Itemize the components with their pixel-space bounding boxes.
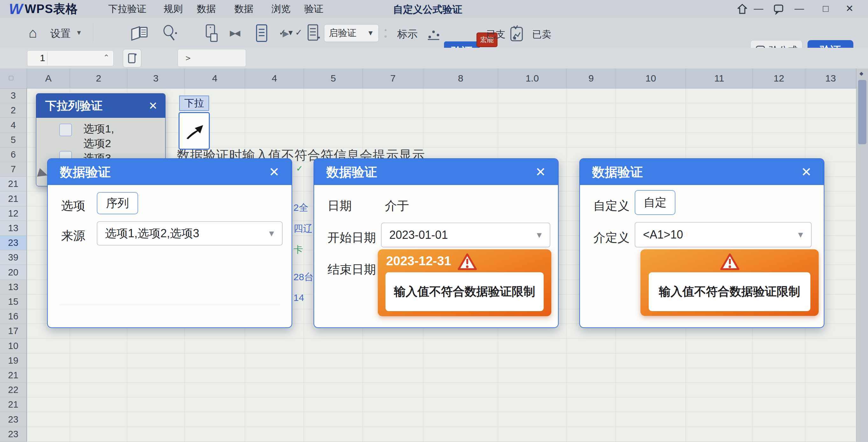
column-header[interactable]: 8 [423,68,498,89]
custom-value[interactable]: 自定 [635,190,676,215]
menu-validate[interactable]: 验证 [304,3,323,16]
cell-fragment: 28台 [293,271,313,284]
option-type-value[interactable]: 序列 [97,192,138,214]
option-checkbox-1[interactable] [59,123,72,136]
row-header[interactable]: 10 [0,338,27,353]
row-header[interactable]: 13 [0,221,27,236]
start-date-select[interactable]: 2023-01-01 ▼ [381,223,550,247]
formula-input[interactable]: ＞ [178,49,246,67]
scroll-arrow-icon[interactable]: ◆ [859,70,863,77]
gridline [566,89,566,442]
paid-label[interactable]: 已支 [486,28,505,41]
scatter-dots-icon[interactable] [426,26,441,41]
column-header[interactable]: 4 [245,68,304,89]
menu-dropdown-validation[interactable]: 下拉验证 [108,3,147,16]
row-header[interactable]: 21 [0,177,27,191]
sold-label[interactable]: 已卖 [532,28,551,41]
column-header[interactable]: 11 [686,68,753,89]
close-icon[interactable]: ✕ [801,165,812,179]
select-all-corner[interactable]: ▢ [0,68,27,89]
image-chart-icon[interactable] [509,24,524,42]
row-header[interactable]: 23 [0,427,27,442]
chat-icon[interactable] [772,1,785,16]
menu-rules[interactable]: 规则 [164,3,183,16]
source-select[interactable]: 选项1,选项2,选项3 ▼ [97,221,283,245]
document-lines-icon[interactable] [255,24,269,43]
row-header[interactable]: 21 [0,191,27,206]
corner-icon: ▢ [8,74,14,81]
row-header[interactable]: 19 [0,353,27,368]
list-document-icon[interactable] [306,24,320,42]
chevron-up-icon[interactable]: ⌃ [103,53,110,62]
column-header[interactable]: 10 [616,68,686,89]
insert-function-button[interactable] [123,49,141,67]
menu-view[interactable]: 浏览 [272,3,290,16]
menu-data-1[interactable]: 数据 [197,3,216,16]
minimize-icon[interactable]: — [751,1,766,16]
row-header[interactable]: 4 [0,118,27,132]
row-header[interactable]: 2 [0,103,27,118]
row-header[interactable]: 5 [0,133,27,147]
dropdown-cell[interactable]: 下拉 [179,95,209,111]
name-box[interactable]: 1 ⌃ [27,50,114,66]
workbooks-icon[interactable] [130,25,149,41]
row-header[interactable]: 3 [0,89,27,103]
option-label-1[interactable]: 选项1, [83,122,114,136]
minimize2-icon[interactable]: — [792,1,806,16]
option-label-2[interactable]: 选项2 [83,136,111,151]
column-header[interactable]: 1.0 [498,68,566,89]
row-header[interactable]: 17 [0,324,27,338]
chevron-down-icon[interactable]: ▼ [796,230,805,240]
close-icon[interactable]: ✕ [535,165,546,179]
maximize-icon[interactable]: □ [819,1,833,16]
data-validation-dialog-list: 数据验证 ✕ 选项 序列 来源 选项1,选项2,选项3 ▼ [47,158,292,328]
row-header[interactable]: 15 [0,295,27,309]
menu-data-2[interactable]: 数据 [234,3,253,16]
formula-bar: 1 ⌃ ⌄ ＞ [0,48,868,69]
home-icon[interactable]: ⌂ [29,25,37,41]
row-header[interactable]: 21 [0,397,27,412]
row-header[interactable]: 39 [0,250,27,265]
formula-select[interactable]: <A1>10 ▼ [635,222,812,247]
search-lamp-icon[interactable] [161,24,177,42]
dropdown-arrow-box[interactable] [179,112,210,150]
row-header[interactable]: 6 [0,147,27,162]
settings-caret-icon[interactable]: ▾ [77,28,81,37]
vertical-scrollbar[interactable]: ◆ [856,68,868,442]
validation-mode-combobox[interactable]: 启验证 ▼ [324,24,379,42]
column-header[interactable]: 5 [304,68,363,89]
settings-button[interactable]: 设置 [50,27,71,41]
column-header[interactable]: A [27,68,70,89]
row-header[interactable]: 23 [0,236,27,250]
toolbar: ⌂ 设置 ▾ ▶◀ ▶ ✓ ▾ ✓ 启验证 ▼ [0,18,868,48]
column-header[interactable]: 3 [127,68,185,89]
toolbar-divider [93,23,93,41]
row-header[interactable]: 13 [0,280,27,295]
mark-button[interactable]: 标示 [397,27,417,41]
row-header[interactable]: 7 [0,162,27,177]
row-header[interactable]: 20 [0,265,27,279]
play-reverse-icon[interactable]: ▶◀ [230,29,239,37]
column-header[interactable]: 2 [70,68,127,89]
column-header[interactable]: 4 [185,68,245,89]
clipboard-icon[interactable] [203,24,220,43]
column-header[interactable]: 12 [753,68,805,89]
share-icon[interactable] [735,1,749,16]
chevron-down-icon[interactable]: ▼ [267,229,276,238]
row-header[interactable]: 22 [0,383,27,397]
row-header[interactable]: 21 [0,368,27,383]
chevron-down-icon[interactable]: ▼ [535,230,543,240]
close-icon[interactable]: ✕ [842,1,857,16]
cell-fragment: 四辽 [293,222,313,235]
close-icon[interactable]: ✕ [149,99,158,112]
row-headers: 3245672121121323392013151617101921222123… [0,89,27,442]
check-toggles[interactable]: ✓ ▾ ✓ [279,27,302,37]
column-header[interactable]: 13 [805,68,856,89]
row-header[interactable]: 23 [0,412,27,427]
row-header[interactable]: 16 [0,309,27,324]
column-header[interactable]: 7 [363,68,423,89]
scrollbar-thumb[interactable] [858,80,866,144]
row-header[interactable]: 12 [0,206,27,221]
close-icon[interactable]: ✕ [269,165,279,179]
column-header[interactable]: 9 [566,68,616,89]
